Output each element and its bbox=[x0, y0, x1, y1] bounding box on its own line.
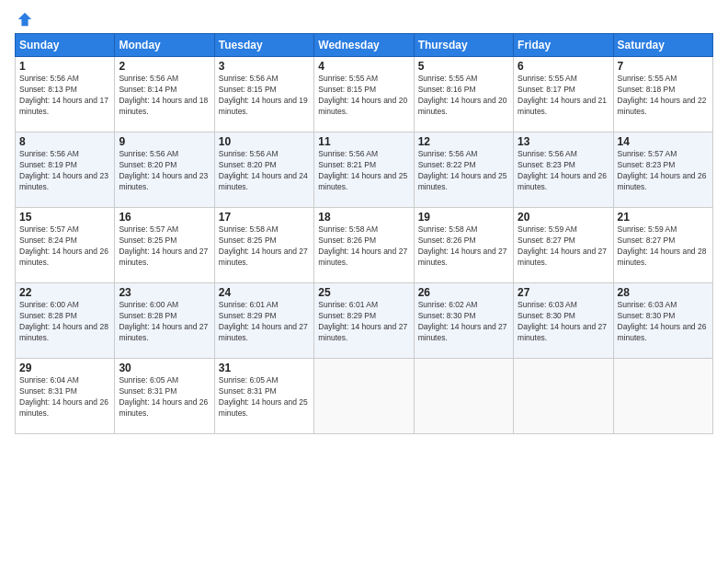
day-cell: 14Sunrise: 5:57 AMSunset: 8:23 PMDayligh… bbox=[613, 132, 712, 208]
header-cell-wednesday: Wednesday bbox=[314, 34, 414, 57]
day-cell: 6Sunrise: 5:55 AMSunset: 8:17 PMDaylight… bbox=[514, 57, 613, 132]
day-info: Sunrise: 5:56 AMSunset: 8:15 PMDaylight:… bbox=[219, 74, 310, 118]
day-info: Sunrise: 5:59 AMSunset: 8:27 PMDaylight:… bbox=[618, 224, 709, 269]
day-cell: 23Sunrise: 6:00 AMSunset: 8:28 PMDayligh… bbox=[115, 283, 214, 359]
day-info: Sunrise: 5:55 AMSunset: 8:18 PMDaylight:… bbox=[618, 74, 709, 118]
day-cell: 19Sunrise: 5:58 AMSunset: 8:26 PMDayligh… bbox=[414, 208, 513, 283]
header bbox=[15, 11, 713, 28]
day-cell: 28Sunrise: 6:03 AMSunset: 8:30 PMDayligh… bbox=[613, 283, 712, 359]
calendar-table: SundayMondayTuesdayWednesdayThursdayFrid… bbox=[15, 33, 713, 434]
day-number: 30 bbox=[119, 362, 210, 374]
day-number: 9 bbox=[119, 135, 210, 148]
day-number: 13 bbox=[518, 135, 609, 148]
header-cell-monday: Monday bbox=[115, 34, 214, 57]
day-info: Sunrise: 5:56 AMSunset: 8:13 PMDaylight:… bbox=[19, 74, 110, 118]
day-cell: 20Sunrise: 5:59 AMSunset: 8:27 PMDayligh… bbox=[514, 208, 613, 283]
day-cell: 17Sunrise: 5:58 AMSunset: 8:25 PMDayligh… bbox=[214, 208, 313, 283]
day-cell: 12Sunrise: 5:56 AMSunset: 8:22 PMDayligh… bbox=[414, 132, 513, 208]
day-info: Sunrise: 6:01 AMSunset: 8:29 PMDaylight:… bbox=[219, 300, 310, 344]
day-info: Sunrise: 6:02 AMSunset: 8:30 PMDaylight:… bbox=[418, 300, 509, 344]
day-number: 2 bbox=[119, 60, 210, 73]
calendar-page: SundayMondayTuesdayWednesdayThursdayFrid… bbox=[0, 0, 728, 563]
day-info: Sunrise: 5:56 AMSunset: 8:23 PMDaylight:… bbox=[518, 149, 609, 193]
day-number: 24 bbox=[219, 286, 310, 299]
day-cell: 9Sunrise: 5:56 AMSunset: 8:20 PMDaylight… bbox=[115, 132, 214, 208]
logo-icon bbox=[17, 11, 33, 28]
header-row: SundayMondayTuesdayWednesdayThursdayFrid… bbox=[16, 34, 713, 57]
day-number: 11 bbox=[318, 135, 409, 148]
week-row-4: 22Sunrise: 6:00 AMSunset: 8:28 PMDayligh… bbox=[16, 283, 713, 359]
day-info: Sunrise: 6:03 AMSunset: 8:30 PMDaylight:… bbox=[518, 300, 609, 344]
week-row-1: 1Sunrise: 5:56 AMSunset: 8:13 PMDaylight… bbox=[16, 57, 713, 132]
header-cell-tuesday: Tuesday bbox=[214, 34, 313, 57]
day-number: 7 bbox=[618, 60, 709, 73]
day-info: Sunrise: 6:01 AMSunset: 8:29 PMDaylight:… bbox=[318, 300, 409, 344]
day-cell: 30Sunrise: 6:05 AMSunset: 8:31 PMDayligh… bbox=[115, 359, 214, 434]
day-cell: 25Sunrise: 6:01 AMSunset: 8:29 PMDayligh… bbox=[314, 283, 414, 359]
day-number: 15 bbox=[19, 211, 110, 224]
day-cell: 21Sunrise: 5:59 AMSunset: 8:27 PMDayligh… bbox=[613, 208, 712, 283]
day-info: Sunrise: 6:00 AMSunset: 8:28 PMDaylight:… bbox=[19, 300, 110, 344]
day-info: Sunrise: 5:58 AMSunset: 8:26 PMDaylight:… bbox=[318, 224, 409, 269]
day-info: Sunrise: 5:55 AMSunset: 8:15 PMDaylight:… bbox=[318, 74, 409, 118]
logo bbox=[15, 11, 33, 28]
day-number: 14 bbox=[618, 135, 709, 148]
day-number: 26 bbox=[418, 286, 509, 299]
day-number: 6 bbox=[518, 60, 609, 73]
day-info: Sunrise: 5:59 AMSunset: 8:27 PMDaylight:… bbox=[518, 224, 609, 269]
day-cell: 24Sunrise: 6:01 AMSunset: 8:29 PMDayligh… bbox=[214, 283, 313, 359]
day-number: 10 bbox=[219, 135, 310, 148]
day-number: 1 bbox=[19, 60, 110, 73]
day-info: Sunrise: 5:56 AMSunset: 8:19 PMDaylight:… bbox=[19, 149, 110, 193]
header-cell-thursday: Thursday bbox=[414, 34, 513, 57]
day-cell: 3Sunrise: 5:56 AMSunset: 8:15 PMDaylight… bbox=[214, 57, 313, 132]
day-info: Sunrise: 6:05 AMSunset: 8:31 PMDaylight:… bbox=[219, 375, 310, 419]
day-info: Sunrise: 5:56 AMSunset: 8:20 PMDaylight:… bbox=[219, 149, 310, 193]
day-cell bbox=[613, 359, 712, 434]
day-info: Sunrise: 5:56 AMSunset: 8:20 PMDaylight:… bbox=[119, 149, 210, 193]
day-cell: 31Sunrise: 6:05 AMSunset: 8:31 PMDayligh… bbox=[214, 359, 313, 434]
day-info: Sunrise: 5:57 AMSunset: 8:24 PMDaylight:… bbox=[19, 224, 110, 269]
calendar-header: SundayMondayTuesdayWednesdayThursdayFrid… bbox=[16, 34, 713, 57]
week-row-2: 8Sunrise: 5:56 AMSunset: 8:19 PMDaylight… bbox=[16, 132, 713, 208]
day-cell: 4Sunrise: 5:55 AMSunset: 8:15 PMDaylight… bbox=[314, 57, 414, 132]
day-info: Sunrise: 5:57 AMSunset: 8:25 PMDaylight:… bbox=[119, 224, 210, 269]
day-info: Sunrise: 5:55 AMSunset: 8:16 PMDaylight:… bbox=[418, 74, 509, 118]
header-cell-saturday: Saturday bbox=[613, 34, 712, 57]
day-info: Sunrise: 6:05 AMSunset: 8:31 PMDaylight:… bbox=[119, 375, 210, 419]
day-cell: 27Sunrise: 6:03 AMSunset: 8:30 PMDayligh… bbox=[514, 283, 613, 359]
day-number: 16 bbox=[119, 211, 210, 224]
day-info: Sunrise: 6:03 AMSunset: 8:30 PMDaylight:… bbox=[618, 300, 709, 344]
day-cell: 11Sunrise: 5:56 AMSunset: 8:21 PMDayligh… bbox=[314, 132, 414, 208]
day-number: 20 bbox=[518, 211, 609, 224]
day-cell: 16Sunrise: 5:57 AMSunset: 8:25 PMDayligh… bbox=[115, 208, 214, 283]
day-number: 22 bbox=[19, 286, 110, 299]
day-number: 21 bbox=[618, 211, 709, 224]
day-cell: 18Sunrise: 5:58 AMSunset: 8:26 PMDayligh… bbox=[314, 208, 414, 283]
day-info: Sunrise: 5:55 AMSunset: 8:17 PMDaylight:… bbox=[518, 74, 609, 118]
day-info: Sunrise: 5:57 AMSunset: 8:23 PMDaylight:… bbox=[618, 149, 709, 193]
day-info: Sunrise: 5:56 AMSunset: 8:14 PMDaylight:… bbox=[119, 74, 210, 118]
day-number: 8 bbox=[19, 135, 110, 148]
day-info: Sunrise: 5:58 AMSunset: 8:26 PMDaylight:… bbox=[418, 224, 509, 269]
day-cell bbox=[414, 359, 513, 434]
day-number: 3 bbox=[219, 60, 310, 73]
week-row-3: 15Sunrise: 5:57 AMSunset: 8:24 PMDayligh… bbox=[16, 208, 713, 283]
day-number: 19 bbox=[418, 211, 509, 224]
day-number: 28 bbox=[618, 286, 709, 299]
day-number: 17 bbox=[219, 211, 310, 224]
day-cell bbox=[314, 359, 414, 434]
day-cell: 2Sunrise: 5:56 AMSunset: 8:14 PMDaylight… bbox=[115, 57, 214, 132]
day-number: 31 bbox=[219, 362, 310, 374]
day-number: 5 bbox=[418, 60, 509, 73]
day-cell: 8Sunrise: 5:56 AMSunset: 8:19 PMDaylight… bbox=[16, 132, 115, 208]
day-number: 29 bbox=[19, 362, 110, 374]
day-number: 18 bbox=[318, 211, 409, 224]
day-number: 25 bbox=[318, 286, 409, 299]
day-info: Sunrise: 6:00 AMSunset: 8:28 PMDaylight:… bbox=[119, 300, 210, 344]
day-cell: 29Sunrise: 6:04 AMSunset: 8:31 PMDayligh… bbox=[16, 359, 115, 434]
header-cell-sunday: Sunday bbox=[16, 34, 115, 57]
day-number: 12 bbox=[418, 135, 509, 148]
day-cell: 15Sunrise: 5:57 AMSunset: 8:24 PMDayligh… bbox=[16, 208, 115, 283]
day-cell: 26Sunrise: 6:02 AMSunset: 8:30 PMDayligh… bbox=[414, 283, 513, 359]
